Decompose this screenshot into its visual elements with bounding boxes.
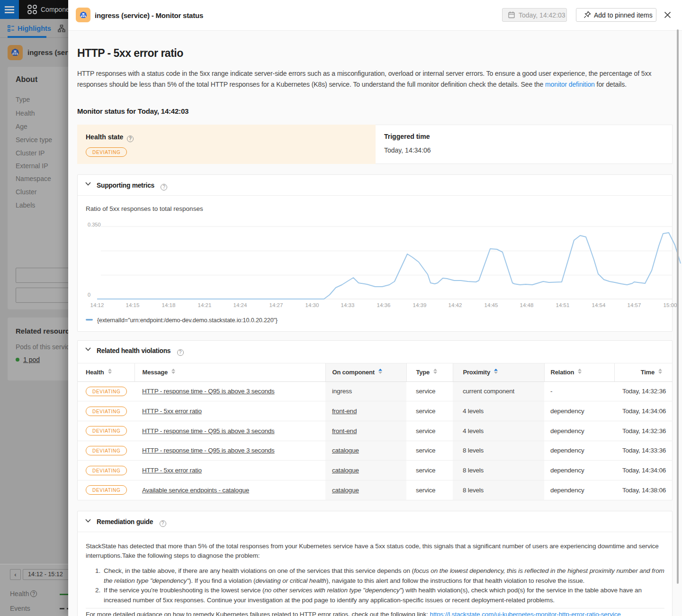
svg-text:14:18: 14:18 [162, 302, 176, 308]
svg-text:14:30: 14:30 [305, 302, 319, 308]
svg-text:14:21: 14:21 [198, 302, 212, 308]
svg-text:0.350: 0.350 [88, 222, 101, 227]
svg-text:14:48: 14:48 [520, 302, 534, 308]
svg-text:14:54: 14:54 [592, 302, 606, 308]
svg-text:14:39: 14:39 [413, 302, 427, 308]
svg-text:{externalId="urn:endpoint:/dem: {externalId="urn:endpoint:/demo-dev.demo… [97, 317, 278, 324]
svg-text:14:24: 14:24 [233, 302, 247, 308]
svg-text:14:36: 14:36 [377, 302, 391, 308]
svg-text:15:00: 15:00 [664, 302, 677, 308]
svg-text:0: 0 [88, 292, 90, 298]
svg-text:14:33: 14:33 [341, 302, 355, 308]
svg-text:14:27: 14:27 [269, 302, 283, 308]
svg-text:14:42: 14:42 [449, 302, 462, 308]
svg-text:14:15: 14:15 [126, 302, 140, 308]
svg-text:14:57: 14:57 [628, 302, 641, 308]
svg-text:14:45: 14:45 [485, 302, 498, 308]
svg-text:14:12: 14:12 [90, 302, 104, 308]
svg-text:14:51: 14:51 [556, 302, 570, 308]
